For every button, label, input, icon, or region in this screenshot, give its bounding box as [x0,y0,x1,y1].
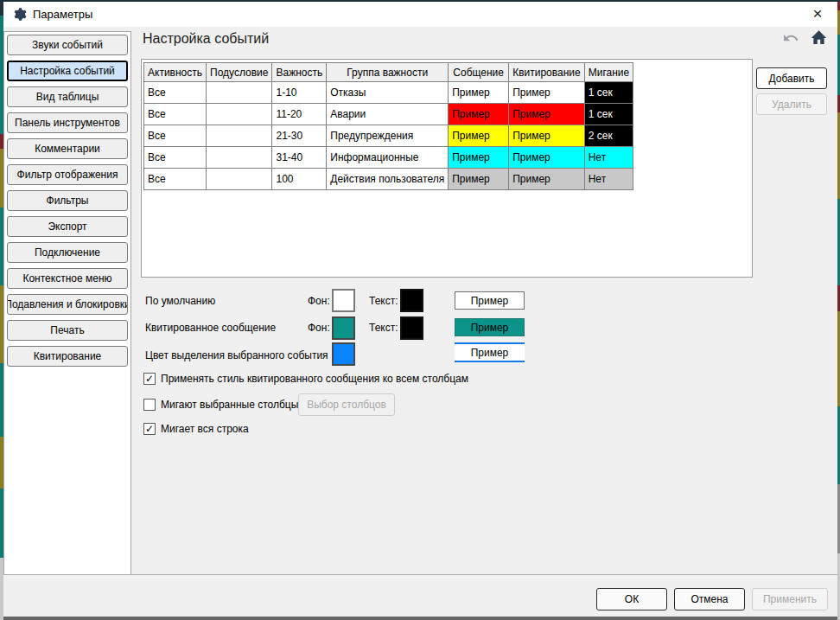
table-cell[interactable]: Нет [584,169,633,190]
table-cell[interactable]: Информационные [327,147,449,169]
table-cell[interactable]: Пример [509,169,585,190]
selection-preview: Пример [455,342,525,362]
sidebar-item-12[interactable]: Печать [7,320,128,341]
sidebar-item-13[interactable]: Квитирование [7,346,128,367]
apply-ack-style-row: ✓ Применять стиль квитированного сообщен… [143,373,468,385]
sidebar-item-8[interactable]: Экспорт [7,216,128,237]
column-header[interactable]: Группа важности [327,63,449,82]
table-cell[interactable]: Нет [584,147,633,169]
footer-separator [3,574,837,575]
close-icon[interactable]: × [805,3,830,25]
column-header[interactable]: Активность [144,63,207,82]
column-header[interactable]: Подусловие [207,63,272,82]
table-cell[interactable]: Пример [509,125,585,147]
table-cell[interactable]: Пример [449,169,509,190]
default-bg-swatch[interactable] [332,289,355,312]
sidebar-item-11[interactable]: Подавления и блокировки [7,294,128,315]
table-cell[interactable]: Пример [509,82,585,104]
column-header[interactable]: Собщение [449,63,509,82]
table-cell[interactable]: 11-20 [272,104,327,125]
ack-bg-label: Фон: [308,322,330,334]
events-table: АктивностьПодусловиеВажностьГруппа важно… [143,62,633,190]
table-cell[interactable]: Отказы [327,82,449,104]
table-cell[interactable]: 1 сек [584,104,633,125]
add-button[interactable]: Добавить [756,67,827,89]
table-cell[interactable]: Пример [449,125,509,147]
table-cell[interactable]: Пример [509,104,585,125]
blink-columns-label: Мигают выбранные столбцы [161,399,298,411]
table-cell[interactable] [207,147,272,169]
cancel-button[interactable]: Отмена [674,588,745,610]
table-cell[interactable] [207,104,272,125]
table-cell[interactable] [207,169,272,190]
blink-row-checkbox[interactable]: ✓ [143,423,156,435]
table-cell[interactable]: 1 сек [584,82,633,104]
table-cell[interactable]: 1-10 [272,82,327,104]
default-text-swatch[interactable] [400,289,423,312]
table-row[interactable]: Все31-40ИнформационныеПримерПримерНет [144,147,633,169]
table-cell[interactable]: Предупреждения [327,125,449,147]
events-table-container: АктивностьПодусловиеВажностьГруппа важно… [141,59,753,278]
sidebar-item-2[interactable]: Настройка событий [7,61,128,81]
table-row[interactable]: Все100Действия пользователяПримерПримерН… [144,169,633,190]
table-cell[interactable]: Все [144,125,207,147]
column-header[interactable]: Квитирование [509,63,585,82]
ack-text-swatch[interactable] [400,316,423,340]
default-style-label: По умолчанию [145,295,215,307]
table-cell[interactable] [207,125,272,147]
sidebar-item-9[interactable]: Подключение [7,242,128,263]
blink-columns-checkbox[interactable] [143,399,156,411]
table-cell[interactable]: Действия пользователя [327,169,449,190]
apply-button: Применить [752,588,828,610]
table-cell[interactable]: 31-40 [272,147,327,169]
table-cell[interactable]: 2 сек [584,125,633,147]
events-table-header: АктивностьПодусловиеВажностьГруппа важно… [144,63,633,82]
blink-row-label: Мигает вся строка [161,423,249,435]
sidebar-item-4[interactable]: Панель инструментов [7,112,128,133]
sidebar-item-7[interactable]: Фильтры [7,190,128,211]
table-cell[interactable]: Все [144,104,207,125]
default-text-label: Текст: [369,295,398,307]
window-border-bottom [3,617,837,620]
table-cell[interactable]: Пример [449,82,509,104]
apply-ack-style-checkbox[interactable]: ✓ [143,373,156,385]
table-cell[interactable]: 21-30 [272,125,327,147]
table-cell[interactable]: Все [144,169,207,190]
column-select-button: Выбор столбцов [298,393,395,416]
sidebar-item-1[interactable]: Звуки событий [7,35,128,55]
sidebar-item-5[interactable]: Комментарии [7,138,128,159]
selection-color-swatch[interactable] [332,342,355,366]
default-bg-label: Фон: [308,295,330,307]
checkmark-icon: ✓ [145,423,154,435]
gear-icon [12,7,27,22]
page-title: Настройка событий [143,31,269,47]
table-cell[interactable]: Пример [449,104,509,125]
parameters-dialog: Параметры × Звуки событийНастройка событ… [0,0,840,620]
home-icon[interactable] [810,29,828,46]
checkmark-icon: ✓ [145,373,154,385]
table-cell[interactable] [207,82,272,104]
apply-ack-style-label: Применять стиль квитированного сообщения… [161,373,468,385]
table-row[interactable]: Все1-10ОтказыПримерПример1 сек [144,82,633,104]
ack-preview: Пример [455,318,525,336]
selection-color-label: Цвет выделения выбранного события [145,349,328,361]
column-header[interactable]: Мигание [584,63,633,82]
ack-bg-swatch[interactable] [332,316,355,340]
table-cell[interactable]: Все [144,82,207,104]
table-row[interactable]: Все21-30ПредупрежденияПримерПример2 сек [144,125,633,147]
title-bar: Параметры × [3,2,837,27]
table-cell[interactable]: Пример [509,147,585,169]
column-header[interactable]: Важность [272,63,327,82]
delete-button: Удалить [756,93,827,115]
table-cell[interactable]: Пример [449,147,509,169]
ok-button[interactable]: ОК [596,588,667,610]
sidebar-item-10[interactable]: Контекстное меню [7,268,128,289]
table-row[interactable]: Все11-20АварииПримерПример1 сек [144,104,633,125]
undo-icon[interactable] [782,31,799,45]
sidebar-item-6[interactable]: Фильтр отображения [7,164,128,185]
table-cell[interactable]: Аварии [327,104,449,125]
table-cell[interactable]: Все [144,147,207,169]
blink-row-row: ✓ Мигает вся строка [143,423,249,435]
table-cell[interactable]: 100 [272,169,327,190]
sidebar-item-3[interactable]: Вид таблицы [7,86,128,107]
